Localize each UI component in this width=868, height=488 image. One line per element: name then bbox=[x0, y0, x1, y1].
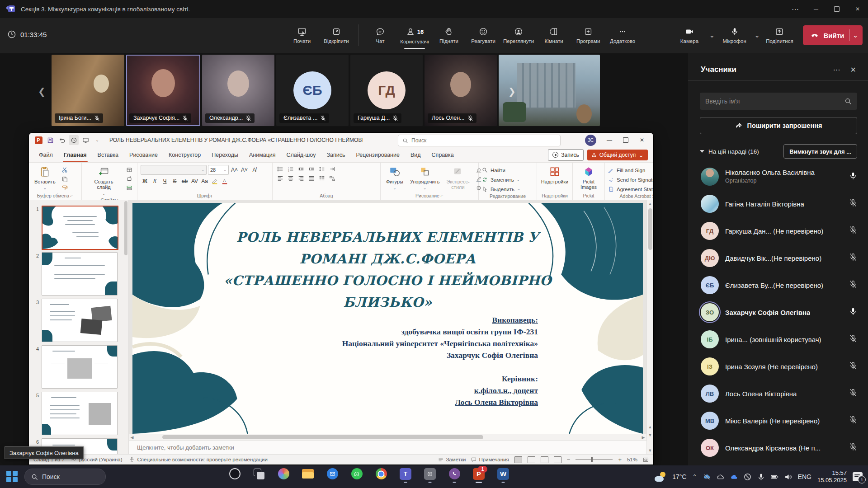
mic-muted-icon[interactable] bbox=[849, 253, 857, 263]
titlebar-more-icon[interactable] bbox=[785, 0, 806, 18]
subscript-icon[interactable]: ab bbox=[180, 177, 189, 185]
section-collapse-icon[interactable] bbox=[700, 150, 704, 153]
task-view-icon[interactable] bbox=[253, 468, 265, 480]
start-button[interactable] bbox=[6, 471, 18, 483]
scroll-down-icon[interactable]: ▼ bbox=[647, 447, 653, 454]
participant-row[interactable]: ОК Олександра Кірсанова (Не п... bbox=[688, 434, 868, 461]
mic-options-chevron-icon[interactable] bbox=[752, 32, 763, 39]
normal-view-button[interactable] bbox=[514, 456, 522, 463]
fill-and-sign-button[interactable]: Fill and Sign bbox=[608, 166, 653, 174]
reset-icon[interactable] bbox=[125, 175, 134, 183]
horizontal-scroll-thumb[interactable] bbox=[162, 435, 483, 439]
avatar-tile[interactable]: ГД Гаркуша Д... bbox=[350, 55, 423, 126]
new-slide-button[interactable]: Создать слайд⌄ bbox=[85, 165, 123, 197]
mic-muted-icon[interactable] bbox=[849, 416, 857, 426]
fit-to-window-icon[interactable] bbox=[643, 457, 649, 463]
more-button[interactable]: Додатково bbox=[605, 21, 640, 49]
tab-record[interactable]: Запись bbox=[321, 147, 350, 162]
pickit-button[interactable]: Pickit Images bbox=[576, 165, 601, 191]
minimize-button[interactable] bbox=[806, 0, 826, 18]
mic-button[interactable]: Мікрофон bbox=[717, 21, 752, 49]
strip-next-icon[interactable]: ❯ bbox=[508, 86, 516, 97]
cloud-icon[interactable] bbox=[717, 473, 724, 481]
slide-thumbnail-2[interactable] bbox=[42, 252, 118, 296]
quick-styles-button[interactable]: Экспресс-стили bbox=[444, 165, 472, 191]
leave-options-chevron-icon[interactable] bbox=[850, 32, 861, 39]
smartart-convert-icon[interactable] bbox=[328, 174, 337, 182]
tab-insert[interactable]: Вставка bbox=[92, 147, 124, 162]
mic-muted-icon[interactable] bbox=[849, 334, 857, 344]
chat-button[interactable]: Чат bbox=[363, 21, 397, 49]
line-spacing-icon[interactable] bbox=[317, 165, 326, 173]
align-left-icon[interactable] bbox=[276, 174, 285, 182]
tab-help[interactable]: Справка bbox=[426, 147, 459, 162]
underline-button[interactable]: Ч bbox=[160, 177, 169, 185]
ppt-restore-button[interactable] bbox=[618, 134, 633, 146]
slide-thumbnail-5[interactable] bbox=[42, 392, 118, 435]
camera-blocked-icon[interactable] bbox=[744, 473, 751, 481]
share-invite-button[interactable]: Поширити запрошення bbox=[700, 117, 857, 134]
participant-row[interactable]: ГД Гаркуша Дан... (Не перевірено) bbox=[688, 217, 868, 244]
view-button[interactable]: Переглянути bbox=[500, 21, 537, 49]
find-button[interactable]: Найти bbox=[482, 166, 533, 174]
language-indicator[interactable]: ENG bbox=[798, 473, 811, 480]
addins-button[interactable]: Надстройки bbox=[539, 165, 571, 185]
clear-format-icon[interactable]: A̸ bbox=[250, 166, 259, 174]
agreement-status-button[interactable]: Agreement Status bbox=[608, 185, 653, 193]
accessibility-checker[interactable]: Специальные возможности: проверьте реком… bbox=[129, 457, 268, 463]
tab-home[interactable]: Главная bbox=[58, 147, 92, 162]
tab-animations[interactable]: Анимация bbox=[244, 147, 281, 162]
justify-icon[interactable] bbox=[307, 174, 316, 182]
layout-icon[interactable] bbox=[125, 166, 134, 174]
avatar-tile[interactable]: ЄБ Єлизавета ... bbox=[276, 55, 349, 126]
undo-icon[interactable] bbox=[57, 135, 67, 145]
onedrive-paused-icon[interactable] bbox=[703, 473, 711, 481]
cut-icon[interactable] bbox=[60, 166, 69, 174]
slide-thumbnail-4[interactable] bbox=[42, 345, 118, 389]
vertical-scrollbar[interactable]: ▲ ▲ ▼ ▼ bbox=[646, 200, 653, 454]
react-button[interactable]: Реагувати bbox=[466, 21, 500, 49]
font-name-select[interactable]: ⌄ bbox=[141, 165, 207, 175]
ppt-search-input[interactable]: Поиск bbox=[398, 135, 561, 146]
slideshow-view-button[interactable] bbox=[554, 456, 561, 463]
indent-increase-icon[interactable] bbox=[307, 165, 316, 173]
participant-row[interactable]: МВ Міюс Валерія (Не перевірено) bbox=[688, 407, 868, 434]
qat-chevron-icon[interactable]: ⌄ bbox=[92, 135, 102, 145]
scroll-up-icon[interactable]: ▲ bbox=[647, 200, 653, 207]
zoom-slider[interactable] bbox=[576, 459, 613, 460]
mic-muted-icon[interactable] bbox=[849, 389, 857, 399]
teams-icon[interactable]: T bbox=[399, 468, 412, 480]
weather-icon[interactable] bbox=[655, 472, 666, 482]
replace-button[interactable]: Заменить⌄ bbox=[482, 175, 533, 184]
video-tile-speaking[interactable]: Захарчук Софія... bbox=[126, 55, 200, 126]
share-document-button[interactable]: Общий доступ bbox=[587, 150, 648, 160]
tab-design[interactable]: Конструктор bbox=[163, 147, 206, 162]
indent-decrease-icon[interactable] bbox=[297, 165, 306, 173]
participant-row[interactable]: ДЮ Давидчук Вік...(Не перевірено) bbox=[688, 244, 868, 272]
bold-button[interactable]: Ж bbox=[141, 177, 149, 185]
change-case-icon[interactable]: Aa bbox=[200, 177, 209, 185]
share-screen-button[interactable]: Почати bbox=[285, 21, 319, 49]
maximize-button[interactable] bbox=[826, 0, 847, 18]
account-avatar[interactable]: ЗС bbox=[585, 135, 596, 146]
shapes-button[interactable]: Фигуры⌄ bbox=[384, 165, 406, 192]
participants-button[interactable]: 16 Користувачі bbox=[397, 21, 432, 49]
panel-close-icon[interactable]: ✕ bbox=[850, 66, 856, 74]
leave-button[interactable]: Вийти bbox=[803, 25, 863, 45]
previous-slide-icon[interactable]: ▲ bbox=[647, 423, 653, 431]
notes-pane[interactable]: Щелкните, чтобы добавить заметки bbox=[129, 440, 646, 454]
numbering-icon[interactable]: 123 bbox=[286, 165, 295, 173]
word-icon[interactable]: W bbox=[497, 468, 509, 480]
volume-icon[interactable] bbox=[784, 473, 792, 481]
close-button[interactable] bbox=[847, 0, 868, 18]
ppt-minimize-button[interactable]: — bbox=[602, 134, 617, 146]
copilot-icon[interactable] bbox=[228, 468, 241, 480]
format-painter-icon[interactable] bbox=[60, 184, 69, 192]
record-button[interactable]: Запись bbox=[548, 149, 583, 161]
strikethrough-button[interactable]: S bbox=[170, 177, 179, 185]
graphics-app-icon[interactable] bbox=[424, 468, 436, 480]
video-tile[interactable]: Олександр... bbox=[202, 55, 274, 126]
weather-temp[interactable]: 17°C bbox=[672, 473, 686, 480]
onedrive-icon[interactable] bbox=[730, 473, 738, 481]
mic-muted-icon[interactable] bbox=[849, 226, 857, 236]
